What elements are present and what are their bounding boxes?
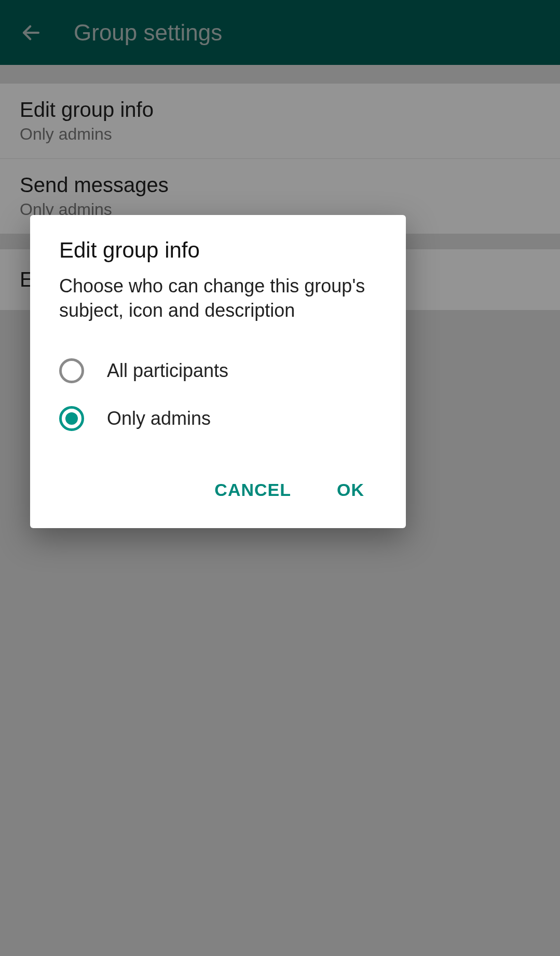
dialog-description: Choose who can change this group's subje… (30, 274, 406, 323)
dialog-actions: CANCEL OK (30, 455, 406, 528)
cancel-button[interactable]: CANCEL (204, 474, 302, 506)
ok-button[interactable]: OK (326, 474, 375, 506)
radio-option-all-participants[interactable]: All participants (30, 347, 406, 395)
radio-option-only-admins[interactable]: Only admins (30, 395, 406, 442)
radio-label: All participants (107, 360, 228, 382)
radio-checked-icon (59, 406, 84, 431)
radio-unchecked-icon (59, 358, 84, 383)
radio-label: Only admins (107, 408, 211, 429)
dialog-title: Edit group info (30, 238, 406, 263)
edit-group-info-dialog: Edit group info Choose who can change th… (30, 215, 406, 528)
